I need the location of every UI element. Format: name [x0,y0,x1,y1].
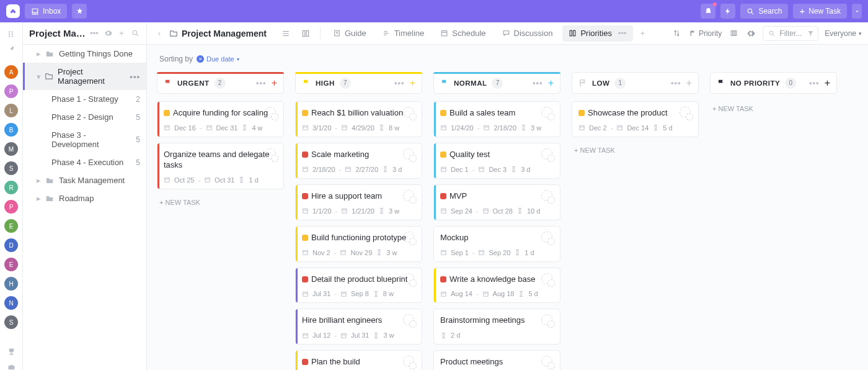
tab-guide[interactable]: Guide [327,25,373,42]
task-card[interactable]: Organize teams and delegate tasksOct 25-… [157,143,284,189]
task-card[interactable]: Hire a support team1/1/20-1/21/203 w [295,184,422,220]
filter-input[interactable]: Filter... [763,26,818,41]
avatar[interactable]: B [4,123,18,137]
column-more-icon[interactable]: ••• [394,78,405,88]
task-card[interactable]: Product meetings2 d [433,350,560,370]
task-card[interactable]: MockupSep 1-Sep 201 d [433,226,560,262]
avatar[interactable]: E [4,258,18,271]
avatar[interactable]: E [4,219,18,233]
sidebar-item-task[interactable]: ▸ Task Management [23,171,146,189]
assignee-placeholder[interactable] [541,273,555,287]
inbox-button[interactable]: Inbox [25,4,67,19]
sidebar-item-road[interactable]: ▸ Roadmap [23,189,146,207]
column-add-icon[interactable]: + [686,78,692,89]
briefcase-icon[interactable] [5,363,17,370]
avatar[interactable]: L [4,104,18,117]
sort-arrows-icon[interactable] [671,28,683,39]
column-more-icon[interactable]: ••• [671,78,681,88]
task-card[interactable]: Build a sales team1/24/20-2/18/203 w [433,101,560,137]
task-card[interactable]: Write a knowledge baseAug 14-Aug 185 d [433,268,560,304]
sidebar-item-pm[interactable]: ▾ Project Management ••• [23,63,146,90]
assignee-placeholder[interactable] [403,356,417,369]
space-more-icon[interactable]: ••• [89,29,99,38]
avatar[interactable]: S [4,161,18,175]
new-task-more[interactable] [852,4,862,19]
sidebar-phase-item[interactable]: Phase 2 - Design5 [23,108,146,126]
sidebar-item-gtd[interactable]: ▸ Getting Things Done [23,45,146,63]
column-more-icon[interactable]: ••• [256,78,267,88]
column-add-icon[interactable]: + [548,78,554,89]
avatar[interactable]: P [4,200,18,214]
assignee-placeholder[interactable] [403,107,417,120]
assignee-placeholder[interactable] [541,232,555,245]
task-card[interactable]: Acquire funding for scalingDec 16-Dec 31… [157,101,284,137]
tab-schedule[interactable]: Schedule [434,25,492,42]
group-by-priority[interactable]: Priority [689,29,722,38]
column-more-icon[interactable]: ••• [533,78,543,88]
assignee-placeholder[interactable] [541,148,555,162]
new-task-button[interactable]: + NEW TASK [710,101,837,116]
grip-icon[interactable] [5,30,17,38]
assignee-filter[interactable]: Everyone▾ [825,29,862,38]
trophy-icon[interactable] [5,347,17,356]
sidebar-phase-item[interactable]: Phase 1 - Strategy2 [23,90,146,108]
columns-icon[interactable] [728,28,739,39]
assignee-placeholder[interactable] [403,148,417,162]
task-card[interactable]: Quality testDec 1-Dec 33 d [433,143,560,179]
avatar[interactable]: S [4,315,18,329]
task-card[interactable]: Build functioning prototypeNov 2-Nov 293… [295,226,422,262]
task-card[interactable]: Scale marketing2/18/20-2/27/203 d [295,143,422,179]
assignee-placeholder[interactable] [403,273,417,287]
task-card[interactable]: Brainstorming meetings2 d [433,309,560,345]
tab-discussion[interactable]: Discussion [496,25,559,42]
back-chevron-icon[interactable]: ‹ [153,27,166,40]
pin-icon[interactable] [5,45,17,53]
assignee-placeholder[interactable] [403,190,417,204]
assignee-placeholder[interactable] [541,314,555,328]
tab-priorities[interactable]: Priorities••• [562,25,632,42]
sidebar-item-more-icon[interactable]: ••• [130,72,140,81]
space-search-icon[interactable] [130,29,140,37]
assignee-placeholder[interactable] [403,232,417,245]
avatar[interactable]: P [4,84,18,98]
task-card[interactable]: Showcase the productDec 2-Dec 145 d [572,101,699,137]
space-plus-icon[interactable]: + [117,29,126,38]
sort-chip[interactable]: ×Due date▾ [197,55,239,63]
new-task-button[interactable]: + New Task [793,4,847,19]
search-button[interactable]: Search [740,4,788,19]
avatar[interactable]: A [4,65,18,79]
assignee-placeholder[interactable] [403,314,417,328]
new-task-button[interactable]: + NEW TASK [157,195,284,210]
space-gear-icon[interactable] [103,29,113,37]
column-more-icon[interactable]: ••• [809,78,820,88]
app-logo[interactable] [6,4,20,18]
add-view-button[interactable]: + [637,27,649,40]
task-card[interactable]: Detail the product blueprintJul 31-Sep 8… [295,268,422,304]
tab-board[interactable] [298,25,314,42]
assignee-placeholder[interactable] [680,107,693,120]
avatar[interactable]: M [4,142,18,156]
star-button[interactable] [72,4,87,19]
assignee-placeholder[interactable] [541,190,555,204]
settings-icon[interactable] [745,28,756,39]
task-card[interactable]: Hire brilliant engineersJul 12-Jul 313 w [295,309,422,345]
sidebar-phase-item[interactable]: Phase 4 - Execution5 [23,153,146,171]
bolt-icon[interactable] [720,4,735,19]
task-card[interactable]: MVPSep 24-Oct 2810 d [433,184,560,220]
assignee-placeholder[interactable] [265,107,278,120]
breadcrumb[interactable]: Project Management [169,29,267,38]
avatar[interactable]: R [4,181,18,194]
assignee-placeholder[interactable] [541,107,555,120]
notifications-icon[interactable] [701,4,715,19]
new-task-button[interactable]: + NEW TASK [572,143,699,158]
task-card[interactable]: Reach $1 billion valuation3/1/20-4/29/20… [295,101,422,137]
column-add-icon[interactable]: + [410,78,415,89]
column-add-icon[interactable]: + [825,78,830,89]
avatar[interactable]: D [4,238,18,252]
task-card[interactable]: Plan the buildJul 12-Jul 184 d [295,350,422,370]
assignee-placeholder[interactable] [541,356,555,369]
tab-timeline[interactable]: Timeline [376,25,431,42]
assignee-placeholder[interactable] [265,148,278,162]
column-add-icon[interactable]: + [272,78,277,89]
sidebar-phase-item[interactable]: Phase 3 - Development5 [23,126,146,153]
